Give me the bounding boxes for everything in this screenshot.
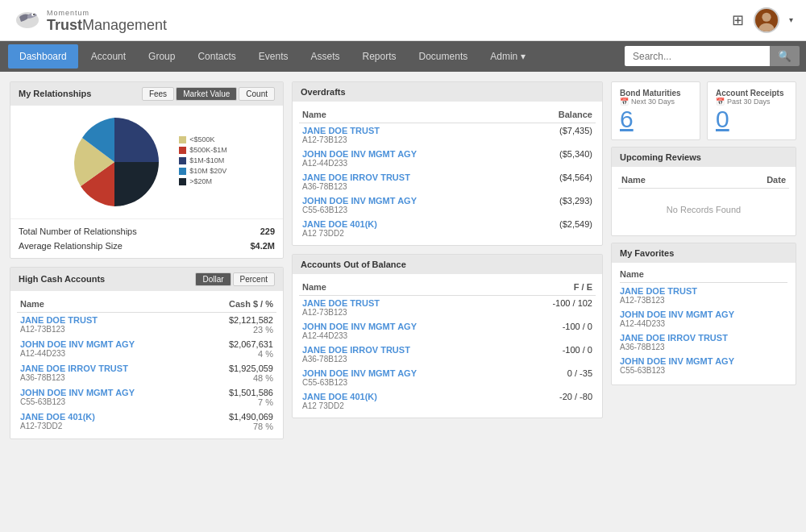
legend-item-1: <$500K [179, 135, 227, 143]
fav-name-1[interactable]: JANE DOE TRUST [620, 286, 787, 296]
oob-account-id-5: A12 73DD2 [302, 401, 510, 410]
logo-text: Momentum TrustManagement [47, 6, 167, 34]
od-val-4: ($3,293) [521, 193, 596, 217]
ur-no-records-row: No Records Found [618, 188, 789, 231]
fav-item-4: JOHN DOE INV MGMT AGY C55-63B123 [620, 356, 787, 375]
col-name: Name [17, 296, 200, 313]
oob-account-id-3: A36-78B123 [302, 355, 510, 364]
relationships-title: My Relationships [19, 89, 91, 98]
high-cash-row-1: JANE DOE TRUST A12-73B123 $2,121,58223 % [17, 312, 276, 337]
nav-item-documents[interactable]: Documents [408, 44, 480, 69]
bond-maturities-value[interactable]: 6 [620, 106, 692, 133]
relationships-buttons: Fees Market Value Count [142, 87, 275, 101]
fav-name-2[interactable]: JOHN DOE INV MGMT AGY [620, 310, 787, 319]
fav-name-4[interactable]: JOHN DOE INV MGMT AGY [620, 356, 787, 366]
relationships-body: <$500K $500K-$1M $1M-$10M $10M $20V [10, 106, 283, 218]
calendar-icon-1: 📅 [620, 98, 629, 106]
oob-account-name-1[interactable]: JANE DOE TRUST [302, 298, 510, 308]
account-receipts-box: Account Receipts 📅 Past 30 Days 0 [707, 81, 796, 140]
oob-account-id-2: A12-44D233 [302, 331, 510, 340]
od-col-balance: Balance [521, 106, 596, 123]
oob-name-1: JANE DOE TRUST A12-73B123 [299, 295, 513, 319]
overdrafts-header: Overdrafts [293, 82, 602, 102]
high-cash-name-3: JANE DOE IRROV TRUST A36-78B123 [17, 361, 200, 385]
my-favorites-title: My Favorites [620, 248, 674, 258]
market-value-button[interactable]: Market Value [176, 87, 237, 101]
out-of-balance-body: Name F / E JANE DOE TRUST A12-73B123 -10… [293, 274, 602, 418]
high-cash-account-name-1[interactable]: JANE DOE TRUST [20, 315, 197, 325]
od-account-name-3[interactable]: JANE DOE IRROV TRUST [302, 172, 518, 182]
account-receipts-title: Account Receipts [716, 89, 787, 98]
overdrafts-panel: Overdrafts Name Balance JANE DOE TRUST [292, 81, 603, 246]
logo-top: Momentum [47, 9, 89, 17]
oob-account-name-5[interactable]: JANE DOE 401(K) [302, 392, 510, 401]
oob-account-name-4[interactable]: JOHN DOE INV MGMT AGY [302, 368, 510, 378]
nav-item-account[interactable]: Account [80, 44, 137, 69]
svg-point-4 [759, 23, 775, 32]
fav-name-3[interactable]: JANE DOE IRROV TRUST [620, 333, 787, 343]
od-account-name-5[interactable]: JANE DOE 401(K) [302, 219, 518, 229]
logo-main: TrustManagement [47, 18, 167, 34]
search-input[interactable] [625, 46, 770, 66]
fav-item-2: JOHN DOE INV MGMT AGY A12-44D233 [620, 310, 787, 328]
grid-icon[interactable]: ⊞ [732, 11, 744, 29]
stat-row-2: Average Relationship Size $4.2M [19, 239, 275, 253]
high-cash-val-5: $1,490,06978 % [200, 409, 276, 434]
oob-row-2: JOHN DOE INV MGMT AGY A12-44D233 -100 / … [299, 319, 596, 343]
high-cash-row-5: JANE DOE 401(K) A12-73DD2 $1,490,06978 % [17, 409, 276, 434]
nav-search: 🔍 [625, 46, 800, 66]
high-cash-account-name-5[interactable]: JANE DOE 401(K) [20, 412, 197, 422]
header: Momentum TrustManagement ⊞ ▾ [0, 0, 806, 41]
nav-item-events[interactable]: Events [247, 44, 300, 69]
high-cash-account-id-2: A12-44D233 [20, 349, 197, 358]
high-cash-account-name-4[interactable]: JOHN DOE INV MGMT AGY [20, 388, 197, 397]
high-cash-body: Name Cash $ / % JANE DOE TRUST A12-73B12… [10, 291, 283, 438]
oob-account-name-3[interactable]: JANE DOE IRROV TRUST [302, 345, 510, 355]
out-of-balance-header: Accounts Out of Balance [293, 255, 602, 274]
oob-account-name-2[interactable]: JOHN DOE INV MGMT AGY [302, 322, 510, 331]
pie-chart-container [66, 114, 163, 210]
svg-point-2 [33, 14, 35, 15]
od-account-id-1: A12-73B123 [302, 135, 518, 144]
fav-item-3: JANE DOE IRROV TRUST A36-78B123 [620, 333, 787, 351]
dollar-button[interactable]: Dollar [195, 272, 231, 286]
oob-row-4: JOHN DOE INV MGMT AGY C55-63B123 0 / -35 [299, 366, 596, 389]
legend-color-2 [179, 147, 186, 154]
count-button[interactable]: Count [239, 87, 275, 101]
avatar[interactable] [754, 7, 779, 33]
high-cash-account-id-5: A12-73DD2 [20, 422, 197, 430]
search-button[interactable]: 🔍 [770, 46, 800, 66]
upcoming-reviews-title: Upcoming Reviews [620, 152, 701, 162]
fav-id-3: A36-78B123 [620, 343, 787, 351]
fav-item-1: JANE DOE TRUST A12-73B123 [620, 286, 787, 305]
chevron-down-icon[interactable]: ▾ [789, 15, 793, 24]
high-cash-account-name-2[interactable]: JOHN DOE INV MGMT AGY [20, 339, 197, 349]
high-cash-val-4: $1,501,5867 % [200, 385, 276, 409]
stat-value-1: 229 [260, 227, 275, 236]
nav-item-dashboard[interactable]: Dashboard [8, 44, 78, 69]
high-cash-account-name-3[interactable]: JANE DOE IRROV TRUST [20, 364, 197, 373]
percent-button[interactable]: Percent [233, 272, 275, 286]
nav-item-group[interactable]: Group [137, 44, 186, 69]
od-account-name-2[interactable]: JOHN DOE INV MGMT AGY [302, 149, 518, 159]
oob-name-4: JOHN DOE INV MGMT AGY C55-63B123 [299, 366, 513, 389]
high-cash-row-3: JANE DOE IRROV TRUST A36-78B123 $1,925,0… [17, 361, 276, 385]
calendar-icon-2: 📅 [716, 98, 725, 106]
pie-legend: <$500K $500K-$1M $1M-$10M $10M $20V [179, 135, 227, 188]
nav-item-contacts[interactable]: Contacts [186, 44, 247, 69]
fees-button[interactable]: Fees [142, 87, 174, 101]
fav-col-header: Name [620, 268, 787, 283]
nav-item-reports[interactable]: Reports [351, 44, 408, 69]
svg-point-3 [762, 13, 771, 22]
my-favorites-panel: My Favorites Name JANE DOE TRUST A12-73B… [611, 243, 796, 385]
my-favorites-header: My Favorites [612, 243, 796, 263]
account-receipts-value[interactable]: 0 [716, 106, 787, 133]
od-account-name-4[interactable]: JOHN DOE INV MGMT AGY [302, 196, 518, 206]
nav-item-assets[interactable]: Assets [299, 44, 351, 69]
legend-color-5 [179, 178, 186, 185]
account-receipts-sub: 📅 Past 30 Days [716, 98, 787, 106]
nav-item-admin[interactable]: Admin ▾ [479, 44, 536, 69]
od-name-3: JANE DOE IRROV TRUST A36-78B123 [299, 170, 521, 193]
od-account-name-1[interactable]: JANE DOE TRUST [302, 126, 518, 135]
od-name-4: JOHN DOE INV MGMT AGY C55-63B123 [299, 193, 521, 217]
